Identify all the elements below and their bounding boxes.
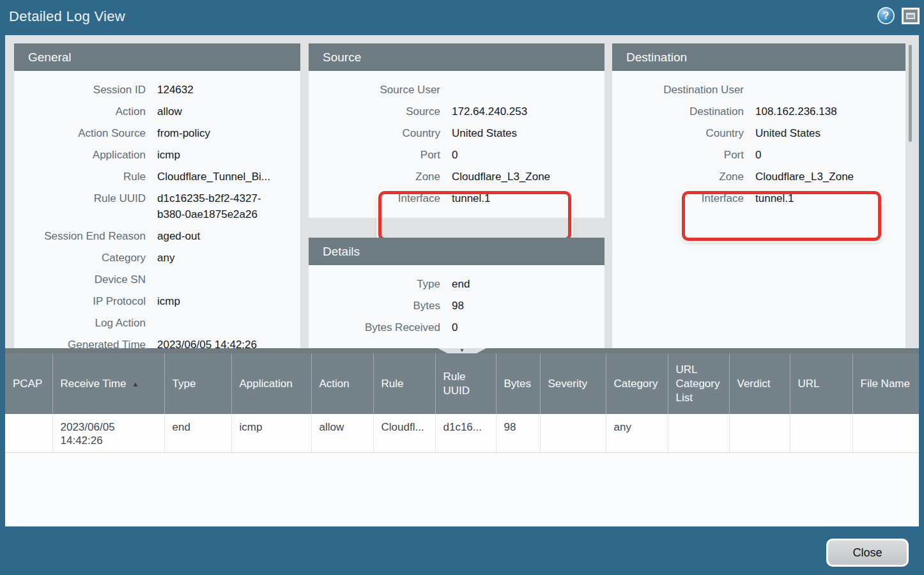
column-label: Category bbox=[614, 378, 658, 390]
source-panel: Source Source User Source172.64.240.253 … bbox=[309, 43, 604, 218]
column-header-rule-uuid[interactable]: Rule UUID bbox=[435, 353, 496, 414]
field-label: Session End Reason bbox=[14, 226, 157, 247]
field-label: Log Action bbox=[14, 312, 157, 334]
field-value bbox=[452, 79, 604, 101]
cell-file-name bbox=[852, 414, 919, 453]
field-value: from-policy bbox=[157, 123, 300, 144]
cell-type: end bbox=[164, 414, 231, 453]
close-button[interactable]: Close bbox=[826, 539, 909, 567]
field-row-device-sn: Device SN bbox=[14, 269, 300, 291]
field-value: United States bbox=[755, 123, 905, 144]
field-label: Zone bbox=[612, 166, 755, 188]
general-panel: General Session ID124632 Actionallow Act… bbox=[14, 43, 300, 348]
column-header-receive-time[interactable]: Receive Time ▲ bbox=[52, 353, 164, 414]
collapse-handle[interactable]: ▼ bbox=[438, 348, 486, 353]
details-panel-header: Details bbox=[309, 238, 604, 265]
column-header-file-name[interactable]: File Name bbox=[852, 353, 919, 414]
field-value: icmp bbox=[157, 291, 300, 312]
field-value: allow bbox=[157, 101, 300, 123]
field-label: Device SN bbox=[14, 269, 157, 291]
field-value: 172.64.240.253 bbox=[452, 101, 604, 123]
field-row-interface: Interfacetunnel.1 bbox=[309, 188, 604, 210]
field-label: Destination bbox=[612, 101, 755, 123]
destination-panel-header: Destination bbox=[612, 43, 905, 71]
source-panel-body: Source User Source172.64.240.253 Country… bbox=[309, 71, 604, 210]
column-header-action[interactable]: Action bbox=[311, 353, 373, 414]
field-label: Rule bbox=[14, 166, 157, 188]
details-panel-body: Typeend Bytes98 Bytes Received0 bbox=[309, 265, 604, 339]
column-label: Application bbox=[240, 378, 293, 390]
cell-verdict bbox=[729, 414, 790, 453]
cell-category: any bbox=[606, 414, 668, 453]
column-label: PCAP bbox=[13, 378, 42, 390]
field-value bbox=[157, 312, 300, 334]
field-label: Port bbox=[309, 144, 452, 166]
column-label: URL bbox=[798, 378, 820, 390]
field-row-source-user: Source User bbox=[309, 79, 604, 101]
field-label: Source bbox=[309, 101, 452, 123]
column-header-severity[interactable]: Severity bbox=[540, 353, 606, 414]
field-row-rule-uuid: Rule UUIDd1c16235-b2f2-4327-b380-0ae1875… bbox=[14, 188, 300, 226]
log-table: PCAP Receive Time ▲ Type Application Act… bbox=[5, 353, 919, 453]
field-row-session-end-reason: Session End Reasonaged-out bbox=[14, 226, 300, 247]
column-header-url-category-list[interactable]: URL Category List bbox=[668, 353, 729, 414]
column-header-category[interactable]: Category bbox=[606, 353, 668, 414]
vertical-scrollbar[interactable] bbox=[909, 45, 912, 142]
column-header-rule[interactable]: Rule bbox=[373, 353, 435, 414]
field-label: Generated Time bbox=[14, 334, 157, 348]
field-row-bytes: Bytes98 bbox=[309, 295, 604, 317]
column-header-pcap[interactable]: PCAP bbox=[5, 353, 52, 414]
field-row-country: CountryUnited States bbox=[309, 123, 604, 144]
field-label: Session ID bbox=[14, 79, 157, 101]
field-row-zone: ZoneCloudflare_L3_Zone bbox=[309, 166, 604, 188]
field-value: 108.162.236.138 bbox=[755, 101, 905, 123]
page-title: Detailed Log View bbox=[9, 8, 125, 25]
table-row[interactable]: 2023/06/05 14:42:26 end icmp allow Cloud… bbox=[5, 414, 919, 453]
field-row-bytes-received: Bytes Received0 bbox=[309, 317, 604, 339]
field-row-action-source: Action Sourcefrom-policy bbox=[14, 123, 300, 144]
cell-rule-uuid: d1c16... bbox=[435, 414, 496, 453]
sort-ascending-icon: ▲ bbox=[132, 377, 139, 391]
field-row-generated-time: Generated Time2023/06/05 14:42:26 bbox=[14, 334, 300, 348]
field-row-port: Port0 bbox=[612, 144, 905, 166]
column-header-type[interactable]: Type bbox=[164, 353, 231, 414]
column-label: Bytes bbox=[504, 378, 532, 390]
field-row-category: Categoryany bbox=[14, 247, 300, 269]
field-row-destination-user: Destination User bbox=[612, 79, 905, 101]
footer-bar: Close bbox=[0, 526, 924, 575]
field-value: Cloudflare_L3_Zone bbox=[755, 166, 905, 188]
column-header-application[interactable]: Application bbox=[231, 353, 311, 414]
column-header-url[interactable]: URL bbox=[790, 353, 852, 414]
column-header-bytes[interactable]: Bytes bbox=[496, 353, 540, 414]
field-value: end bbox=[452, 273, 604, 295]
splitter[interactable]: ▼ bbox=[5, 348, 919, 353]
field-row-rule: RuleCloudflare_Tunnel_Bi... bbox=[14, 166, 300, 188]
field-value: tunnel.1 bbox=[452, 188, 604, 210]
field-row-log-action: Log Action bbox=[14, 312, 300, 334]
field-row-port: Port0 bbox=[309, 144, 604, 166]
field-label: Action Source bbox=[14, 123, 157, 144]
cell-pcap bbox=[5, 414, 52, 453]
column-label: URL Category List bbox=[676, 364, 720, 404]
field-value: Cloudflare_L3_Zone bbox=[452, 166, 604, 188]
details-panel: Details Typeend Bytes98 Bytes Received0 bbox=[309, 238, 604, 348]
help-icon[interactable]: ? bbox=[877, 7, 895, 24]
field-value: 2023/06/05 14:42:26 bbox=[157, 334, 300, 348]
column-label: Receive Time bbox=[61, 377, 127, 391]
column-header-verdict[interactable]: Verdict bbox=[729, 353, 790, 414]
detail-panels-area: General Session ID124632 Actionallow Act… bbox=[5, 35, 919, 348]
field-value bbox=[157, 269, 300, 291]
field-row-interface: Interfacetunnel.1 bbox=[612, 188, 905, 210]
field-label: Category bbox=[14, 247, 157, 269]
dialog-titlebar: Detailed Log View ? bbox=[0, 0, 924, 35]
cell-application: icmp bbox=[231, 414, 311, 453]
cell-bytes: 98 bbox=[496, 414, 540, 453]
source-panel-header: Source bbox=[309, 43, 604, 71]
destination-panel-body: Destination User Destination108.162.236.… bbox=[612, 71, 905, 210]
maximize-icon[interactable] bbox=[902, 8, 920, 24]
field-value: any bbox=[157, 247, 300, 269]
field-value: 0 bbox=[755, 144, 905, 166]
table-header-row: PCAP Receive Time ▲ Type Application Act… bbox=[5, 353, 919, 414]
field-label: Country bbox=[612, 123, 755, 144]
chevron-down-icon: ▼ bbox=[438, 348, 486, 353]
